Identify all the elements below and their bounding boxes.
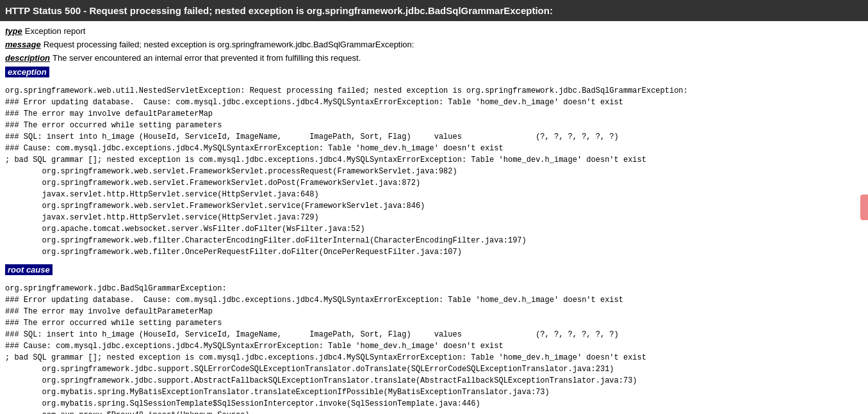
type-row: type Exception report (5, 26, 863, 36)
message-value: Request processing failed; nested except… (44, 40, 414, 49)
exception-row: exception (5, 67, 863, 81)
message-label: message (5, 40, 41, 49)
page-header: HTTP Status 500 - Request processing fai… (0, 0, 868, 21)
exception-block: org.springframework.web.util.NestedServl… (5, 85, 863, 258)
type-value: Exception report (25, 26, 86, 36)
content-area: type Exception report message Request pr… (0, 21, 868, 414)
type-label: type (5, 26, 22, 36)
root-cause-block: org.springframework.jdbc.BadSqlGrammarEx… (5, 283, 863, 414)
root-cause-label: root cause (5, 264, 53, 275)
root-cause-row: root cause (5, 264, 863, 279)
message-row: message Request processing failed; neste… (5, 40, 863, 49)
header-title: HTTP Status 500 - Request processing fai… (5, 5, 553, 16)
description-value: The server encountered an internal error… (53, 53, 361, 63)
description-row: description The server encountered an in… (5, 53, 863, 63)
exception-label: exception (5, 67, 49, 77)
description-label: description (5, 53, 50, 63)
side-tab-handle[interactable] (860, 195, 868, 220)
